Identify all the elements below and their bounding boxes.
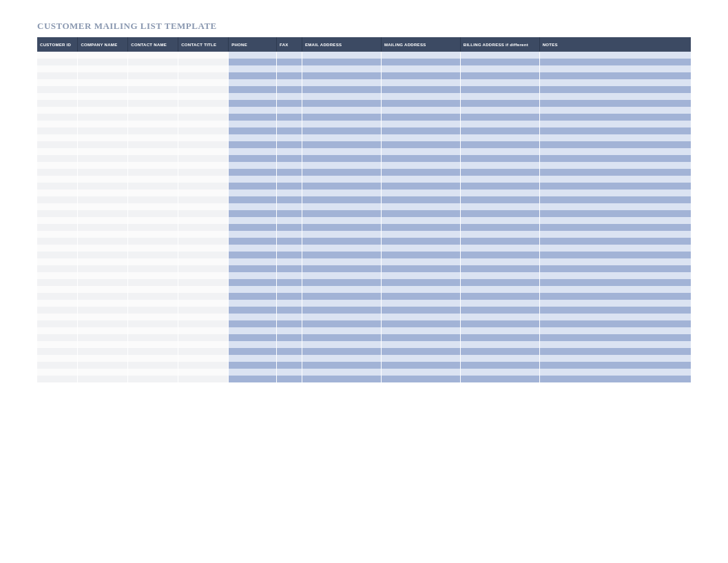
table-cell[interactable]: [381, 162, 460, 169]
table-cell[interactable]: [37, 59, 78, 65]
table-cell[interactable]: [539, 258, 691, 265]
table-cell[interactable]: [302, 93, 382, 100]
table-cell[interactable]: [128, 293, 178, 300]
table-cell[interactable]: [277, 65, 302, 72]
table-cell[interactable]: [128, 279, 178, 286]
table-cell[interactable]: [381, 121, 460, 127]
table-cell[interactable]: [302, 162, 382, 169]
table-cell[interactable]: [128, 217, 178, 224]
table-cell[interactable]: [128, 86, 178, 93]
table-cell[interactable]: [277, 293, 302, 300]
table-cell[interactable]: [381, 334, 460, 341]
table-cell[interactable]: [178, 121, 229, 127]
table-cell[interactable]: [178, 307, 229, 314]
table-cell[interactable]: [302, 362, 382, 369]
table-cell[interactable]: [302, 72, 382, 79]
table-cell[interactable]: [37, 293, 78, 300]
table-cell[interactable]: [460, 52, 539, 59]
table-cell[interactable]: [381, 155, 460, 162]
table-cell[interactable]: [229, 362, 277, 369]
table-cell[interactable]: [460, 134, 539, 141]
table-cell[interactable]: [37, 272, 78, 279]
table-cell[interactable]: [302, 293, 382, 300]
table-cell[interactable]: [302, 176, 382, 183]
table-cell[interactable]: [381, 148, 460, 155]
table-cell[interactable]: [78, 127, 128, 134]
table-cell[interactable]: [37, 369, 78, 376]
table-cell[interactable]: [37, 231, 78, 238]
table-cell[interactable]: [302, 307, 382, 314]
table-cell[interactable]: [539, 224, 691, 231]
table-cell[interactable]: [37, 286, 78, 293]
table-cell[interactable]: [128, 72, 178, 79]
table-cell[interactable]: [277, 327, 302, 334]
table-cell[interactable]: [302, 155, 382, 162]
table-cell[interactable]: [178, 141, 229, 148]
table-cell[interactable]: [37, 148, 78, 155]
table-cell[interactable]: [381, 52, 460, 59]
table-cell[interactable]: [277, 176, 302, 183]
table-cell[interactable]: [381, 376, 460, 383]
table-cell[interactable]: [128, 231, 178, 238]
table-cell[interactable]: [302, 134, 382, 141]
table-cell[interactable]: [381, 320, 460, 327]
table-cell[interactable]: [229, 162, 277, 169]
table-cell[interactable]: [539, 162, 691, 169]
table-cell[interactable]: [302, 300, 382, 307]
table-cell[interactable]: [539, 327, 691, 334]
table-cell[interactable]: [37, 79, 78, 86]
table-cell[interactable]: [178, 231, 229, 238]
table-cell[interactable]: [229, 155, 277, 162]
table-cell[interactable]: [37, 162, 78, 169]
table-cell[interactable]: [302, 169, 382, 176]
table-cell[interactable]: [381, 141, 460, 148]
table-cell[interactable]: [128, 100, 178, 107]
table-cell[interactable]: [460, 258, 539, 265]
table-cell[interactable]: [128, 65, 178, 72]
table-cell[interactable]: [178, 362, 229, 369]
table-cell[interactable]: [460, 203, 539, 210]
table-cell[interactable]: [128, 307, 178, 314]
table-cell[interactable]: [37, 169, 78, 176]
table-cell[interactable]: [302, 217, 382, 224]
table-cell[interactable]: [128, 114, 178, 121]
table-cell[interactable]: [460, 86, 539, 93]
table-cell[interactable]: [178, 190, 229, 196]
table-cell[interactable]: [539, 196, 691, 203]
table-cell[interactable]: [37, 155, 78, 162]
table-cell[interactable]: [381, 314, 460, 320]
table-cell[interactable]: [460, 72, 539, 79]
table-cell[interactable]: [460, 183, 539, 190]
table-cell[interactable]: [78, 190, 128, 196]
table-cell[interactable]: [78, 369, 128, 376]
table-cell[interactable]: [229, 258, 277, 265]
table-cell[interactable]: [78, 286, 128, 293]
table-cell[interactable]: [37, 72, 78, 79]
table-cell[interactable]: [381, 238, 460, 245]
table-cell[interactable]: [178, 210, 229, 217]
table-cell[interactable]: [229, 176, 277, 183]
table-cell[interactable]: [37, 238, 78, 245]
table-cell[interactable]: [539, 155, 691, 162]
table-cell[interactable]: [460, 65, 539, 72]
table-cell[interactable]: [178, 72, 229, 79]
table-cell[interactable]: [302, 52, 382, 59]
table-cell[interactable]: [381, 265, 460, 272]
table-cell[interactable]: [460, 155, 539, 162]
table-cell[interactable]: [178, 293, 229, 300]
table-cell[interactable]: [128, 258, 178, 265]
table-cell[interactable]: [78, 203, 128, 210]
table-cell[interactable]: [381, 279, 460, 286]
table-cell[interactable]: [37, 224, 78, 231]
table-cell[interactable]: [178, 327, 229, 334]
table-cell[interactable]: [37, 307, 78, 314]
table-cell[interactable]: [229, 341, 277, 348]
table-cell[interactable]: [539, 141, 691, 148]
table-cell[interactable]: [381, 231, 460, 238]
table-cell[interactable]: [302, 320, 382, 327]
table-cell[interactable]: [78, 52, 128, 59]
table-cell[interactable]: [302, 141, 382, 148]
table-cell[interactable]: [539, 362, 691, 369]
table-cell[interactable]: [229, 196, 277, 203]
table-cell[interactable]: [460, 307, 539, 314]
